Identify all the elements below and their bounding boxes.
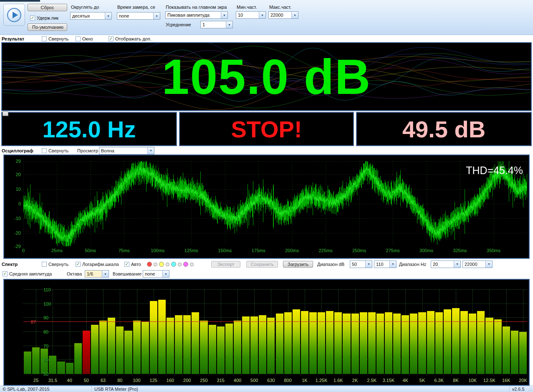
spectrum-bar <box>410 314 417 374</box>
spectrum-bar <box>83 331 90 374</box>
max-freq-select[interactable]: 22000▼ <box>268 11 298 19</box>
palette-dot[interactable] <box>147 262 152 267</box>
spectrum-section-header: Спектр ✓ Свернуть ✓ Логарифм.шкала ✓ Авт… <box>0 259 533 269</box>
range-hz-min-select[interactable]: 20▼ <box>431 260 461 268</box>
auto-checkbox[interactable]: ✓ Авто <box>124 262 141 267</box>
log-scale-checkbox[interactable]: ✓ Логарифм.шкала <box>76 262 119 267</box>
freq-tick-label: 50 <box>84 378 89 383</box>
weighting-select[interactable]: none▼ <box>143 270 169 278</box>
spectrum-bar <box>167 318 174 374</box>
status-bar: © SPL-Lab, 2007-2015 USB RTA Meter (Pro)… <box>0 386 533 392</box>
avg-display-panel: 49.5 dB <box>356 112 532 146</box>
oscilloscope-canvas <box>23 161 527 246</box>
spectrum-bar <box>259 315 266 374</box>
freq-tick-label: 20K <box>519 378 527 383</box>
range-db-min-select[interactable]: 50▼ <box>350 260 372 268</box>
collapse-handle-button[interactable] <box>3 111 8 116</box>
round-to-select[interactable]: десятых▼ <box>70 12 112 20</box>
freq-tick-label: 12.5K <box>483 378 495 383</box>
spectrum-bar <box>209 325 216 374</box>
spectrum-bar <box>234 321 241 374</box>
freq-tick-label: 1.6K <box>333 378 343 383</box>
db-tick-label: 100 <box>43 301 51 306</box>
palette-dot[interactable] <box>190 263 194 266</box>
min-freq-label: Мин.част. <box>237 5 257 10</box>
spectrum-bar <box>91 325 99 374</box>
palette-dot[interactable] <box>178 263 182 266</box>
scope-view-value: Волна <box>99 147 147 154</box>
spectrum-bar <box>57 362 65 374</box>
oscilloscope-title: Осциллограф <box>2 148 33 153</box>
spectrum-bar <box>444 309 451 374</box>
resize-grip[interactable]: .:: <box>527 387 533 392</box>
averaging-select[interactable]: 1▼ <box>200 21 233 28</box>
spectrum-bar <box>376 314 384 374</box>
avg-amplitude-checkbox[interactable]: ✓ Средняя амплитуда <box>3 271 52 276</box>
spectrum-bar <box>175 315 182 374</box>
load-button[interactable]: Загрузить <box>283 261 313 268</box>
result-collapse-label: Свернуть <box>48 36 68 41</box>
chevron-down-icon: ▼ <box>221 12 227 18</box>
scope-collapse-checkbox[interactable]: ✓ Свернуть <box>42 148 68 153</box>
palette-dot[interactable] <box>154 263 157 266</box>
scope-x-label: 150ms <box>218 248 232 253</box>
grid-line <box>23 346 527 346</box>
freq-tick-label: 100 <box>133 378 140 383</box>
grid-line <box>70 290 70 374</box>
scope-x-label: 100ms <box>151 248 164 253</box>
freq-tick-label: 25 <box>33 378 38 383</box>
palette-dot[interactable] <box>183 262 188 267</box>
freq-tick-label: 2K <box>352 378 358 383</box>
spectrum-bar <box>519 332 527 374</box>
spectrum-bar <box>183 315 191 374</box>
main-level-display: 105.0 dB <box>1 42 532 111</box>
scope-x-label: 350ms <box>487 248 500 253</box>
range-db-max-value: 110 <box>374 261 389 268</box>
round-to-value: десятых <box>71 13 105 19</box>
range-db-max-select[interactable]: 110▼ <box>374 260 397 268</box>
octave-label: Октава <box>67 271 82 276</box>
spectrum-bar <box>150 301 157 374</box>
play-button[interactable] <box>3 4 25 26</box>
freq-tick-label: 800 <box>284 378 291 383</box>
db-tick-label: 60 <box>43 357 48 362</box>
freq-tick-label: 63 <box>101 378 106 383</box>
defaults-button[interactable]: По-умолчанию <box>28 23 67 31</box>
measure-time-label: Время замера, се <box>117 5 155 10</box>
spectrum-bar <box>267 318 275 374</box>
freq-tick-label: 6.3K <box>434 378 444 383</box>
palette-dot[interactable] <box>159 262 164 267</box>
checkbox-check-icon: ✓ <box>3 271 8 276</box>
palette-dot[interactable] <box>166 263 169 266</box>
palette-dot[interactable] <box>171 262 176 267</box>
result-show-extra-checkbox[interactable]: ✓ Отображать доп. <box>109 36 152 41</box>
scope-x-label: 325ms <box>453 248 467 253</box>
log-scale-label: Логарифм.шкала <box>82 262 119 267</box>
hold-peak-checkbox[interactable]: ✓ Удерж.пик <box>30 15 58 20</box>
result-window-checkbox[interactable]: ✓ Окно <box>76 36 93 41</box>
chevron-down-icon: ▼ <box>147 147 154 154</box>
freq-tick-label: 80 <box>117 378 122 383</box>
spectrum-bar <box>133 321 141 374</box>
reset-button[interactable]: Сброс <box>28 4 67 11</box>
min-freq-select[interactable]: 10▼ <box>236 11 266 19</box>
show-on-main-select[interactable]: Пиковая амплитуда▼ <box>165 11 228 19</box>
main-level-value: 105.0 dB <box>2 43 531 110</box>
octave-select[interactable]: 1/6▼ <box>85 270 109 278</box>
spectrum-collapse-checkbox[interactable]: ✓ Свернуть <box>42 262 68 267</box>
range-hz-max-select[interactable]: 22000▼ <box>462 260 493 268</box>
scope-view-select[interactable]: Волна▼ <box>99 147 154 154</box>
spectrum-bar <box>32 347 40 374</box>
spectrum-bar <box>494 319 502 374</box>
scope-y-label: -29 <box>6 244 21 249</box>
spectrum-bar <box>225 324 233 374</box>
status-display-value: STOP! <box>180 113 353 145</box>
result-collapse-checkbox[interactable]: ✓ Свернуть <box>42 36 68 41</box>
usb-rta-meter-window: Сброс ✓ Удерж.пик По-умолчанию Округлять… <box>0 0 533 392</box>
range-hz-max-value: 22000 <box>463 261 485 268</box>
measure-time-select[interactable]: none▼ <box>117 12 160 20</box>
spectrum-bar <box>477 311 485 374</box>
threshold-value: 87 <box>31 319 36 324</box>
status-app-name: USB RTA Meter (Pro) <box>92 386 510 392</box>
avg-display-value: 49.5 dB <box>357 113 531 145</box>
